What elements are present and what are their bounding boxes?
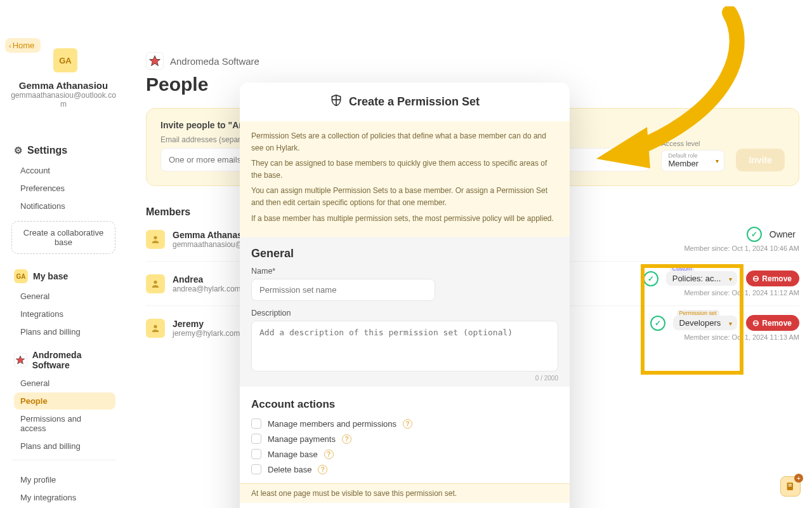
create-base-button[interactable]: Create a collaborative base <box>11 221 115 254</box>
checkbox[interactable] <box>251 449 261 459</box>
user-name: Gemma Athanasiou <box>9 80 118 91</box>
modal-title: Create a Permission Set <box>349 95 480 109</box>
chevron-down-icon: ▾ <box>729 275 732 282</box>
help-icon[interactable]: ? <box>318 465 327 474</box>
create-permission-set-modal: Create a Permission Set Permission Sets … <box>240 83 570 508</box>
invite-button[interactable]: Invite <box>736 149 785 171</box>
status-verified-icon <box>747 227 762 242</box>
settings-section-header: Settings <box>0 145 127 156</box>
breadcrumb: Andromeda Software <box>146 52 799 70</box>
sidebar-item-preferences[interactable]: Preferences <box>14 180 115 197</box>
home-button[interactable]: ‹ Home <box>5 38 41 53</box>
checkbox[interactable] <box>251 464 261 474</box>
modal-general-section: General Name* Description 0 / 2000 <box>240 237 570 387</box>
action-row[interactable]: Manage payments ? <box>240 431 570 446</box>
svg-marker-0 <box>16 356 25 364</box>
access-level-label: Access level <box>661 140 724 147</box>
sidebar-item-account[interactable]: Account <box>14 162 115 179</box>
sidebar-item-my-integrations[interactable]: My integrations <box>14 489 115 506</box>
remove-member-button[interactable]: Remove <box>746 315 799 331</box>
account-actions-title: Account actions <box>251 398 558 411</box>
help-icon[interactable]: ? <box>403 419 412 429</box>
sidebar-item-mybase-general[interactable]: General <box>14 288 115 305</box>
svg-point-4 <box>154 324 157 328</box>
chevron-left-icon: ‹ <box>9 42 11 50</box>
sidebar-item-notifications[interactable]: Notifications <box>14 197 115 215</box>
role-select[interactable]: Custom Policies: ac... ▾ <box>666 271 738 286</box>
action-row[interactable]: Manage base ? <box>240 446 570 462</box>
feedback-button[interactable] <box>780 476 801 497</box>
user-block: Gemma Athanasiou gemmaathanasiou@outlook… <box>0 76 127 109</box>
sidebar-item-mybase-integrations[interactable]: Integrations <box>14 305 115 323</box>
status-verified-icon <box>643 271 658 286</box>
char-count: 0 / 2000 <box>251 375 558 382</box>
org-nav: Andromeda Software General People Permis… <box>0 341 127 455</box>
modal-warning: At least one page must be visible to sav… <box>240 483 570 503</box>
mybase-avatar: GA <box>14 269 28 283</box>
left-sidebar: ‹ Home GA Gemma Athanasiou gemmaathanasi… <box>0 0 127 508</box>
svg-marker-1 <box>150 56 160 66</box>
action-row[interactable]: Delete base ? <box>240 462 570 477</box>
role-select[interactable]: Permission set Developers ▾ <box>673 316 738 330</box>
modal-title-row: Create a Permission Set <box>240 83 570 121</box>
user-icon <box>146 230 165 249</box>
mybase-title: My base <box>33 271 68 281</box>
modal-description: Permission Sets are a collection of poli… <box>240 121 570 237</box>
svg-rect-8 <box>789 486 792 486</box>
access-level-select[interactable]: Default role Member ▾ <box>661 150 724 171</box>
mybase-nav: GA My base General Integrations Plans an… <box>0 260 127 340</box>
help-icon[interactable]: ? <box>324 450 334 459</box>
checkbox[interactable] <box>251 434 261 444</box>
avatar: GA <box>53 48 77 72</box>
sidebar-item-org-general[interactable]: General <box>14 375 115 392</box>
user-email: gemmaathanasiou@outlook.com <box>9 91 118 109</box>
star-icon <box>146 52 164 70</box>
sidebar-item-org-people[interactable]: People <box>14 392 115 410</box>
svg-point-3 <box>154 280 157 283</box>
user-icon <box>146 274 165 293</box>
settings-nav: Account Preferences Notifications <box>0 156 127 215</box>
sidebar-item-org-plans[interactable]: Plans and billing <box>14 438 115 455</box>
svg-point-2 <box>154 236 157 239</box>
gear-icon <box>14 145 22 156</box>
permission-set-name-input[interactable] <box>251 279 435 301</box>
star-icon <box>14 353 27 367</box>
remove-member-button[interactable]: Remove <box>746 271 799 286</box>
action-row[interactable]: Manage members and permissions ? <box>240 416 570 431</box>
svg-rect-7 <box>789 484 792 485</box>
help-icon[interactable]: ? <box>342 434 351 444</box>
description-field-label: Description <box>251 309 558 318</box>
home-label: Home <box>13 41 35 50</box>
permission-set-description-input[interactable] <box>251 321 558 371</box>
profile-nav: My profile My integrations <box>0 465 127 506</box>
role-owner: Owner <box>769 229 796 239</box>
checkbox[interactable] <box>251 418 261 429</box>
chevron-down-icon: ▾ <box>729 319 732 326</box>
user-icon <box>146 319 165 338</box>
sidebar-item-mybase-plans[interactable]: Plans and billing <box>14 323 115 340</box>
chevron-down-icon: ▾ <box>716 157 719 164</box>
name-field-label: Name* <box>251 267 558 276</box>
sidebar-item-org-permissions[interactable]: Permissions and access <box>14 410 115 437</box>
shield-icon <box>330 94 343 110</box>
sidebar-item-my-profile[interactable]: My profile <box>14 471 115 488</box>
status-verified-icon <box>650 316 665 331</box>
org-title: Andromeda Software <box>32 350 115 370</box>
